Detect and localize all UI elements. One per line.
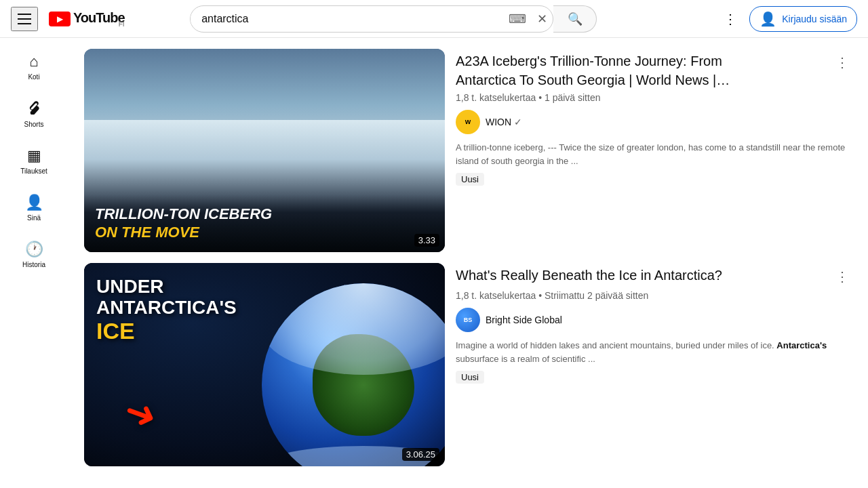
video-info-1: A23A Iceberg's Trillion-Tonne Journey: F…	[456, 49, 852, 252]
new-badge-1: Uusi	[456, 173, 484, 186]
sidebar-item-history[interactable]: 🕐 Historia	[0, 231, 68, 278]
youtube-logo-text: YouTube	[73, 10, 125, 26]
thumb2-text-overlay: UNDER ANTARCTICA'S ICE	[96, 277, 237, 344]
video-meta-1: 1,8 t. katselukertaa • 1 päivä sitten	[456, 92, 852, 103]
ice-cap	[262, 283, 445, 375]
sidebar-label-subscriptions: Tilaukset	[20, 167, 47, 175]
you-icon: 👤	[25, 194, 43, 211]
channel-avatar-2: BS	[456, 308, 480, 332]
more-options-button[interactable]: ⋮	[717, 5, 744, 33]
history-icon: 🕐	[25, 241, 43, 258]
channel-name-1[interactable]: WION ✓	[486, 117, 522, 127]
header-left: YouTube FI	[11, 7, 125, 31]
sidebar-item-subscriptions[interactable]: ▦ Tilaukset	[0, 138, 68, 184]
search-bar: ⌨ ✕	[190, 5, 553, 33]
sidebar-label-home: Koti	[28, 73, 39, 81]
sign-in-label: Kirjaudu sisään	[782, 14, 847, 24]
youtube-logo[interactable]: YouTube FI	[49, 10, 125, 28]
video-title-row-2: What's Really Beneath the Ice in Antarct…	[456, 266, 852, 287]
thumb1-title-overlay: TRILLION-TON ICEBERG ON THE MOVE	[84, 195, 445, 252]
youtube-logo-icon	[49, 12, 71, 26]
avatar-text-1: W	[465, 119, 471, 125]
search-icon: 🔍	[568, 12, 583, 26]
thumb1-line1: TRILLION-TON ICEBERG	[95, 205, 272, 222]
video-info-2: What's Really Beneath the Ice in Antarct…	[456, 263, 852, 466]
header: YouTube FI ⌨ ✕ 🔍 ⋮ 👤 Kirjaudu sisään	[0, 0, 868, 38]
subscriptions-icon: ▦	[27, 147, 41, 165]
earth-globe	[262, 283, 445, 466]
thumbnail-2: UNDER ANTARCTICA'S ICE ➜ 3.06.25	[84, 263, 445, 466]
shorts-icon	[26, 100, 41, 118]
video-list: WION TRILLION-TON ICEBERG ON THE MOVE 3.…	[84, 49, 852, 466]
video-meta-2: 1,8 t. katselukertaa • Striimattu 2 päiv…	[456, 290, 852, 301]
bold-antarctica: Antarctica's	[776, 340, 827, 350]
sidebar-label-you: Sinä	[27, 214, 41, 222]
thumb1-title: TRILLION-TON ICEBERG ON THE MOVE	[95, 205, 434, 241]
keyboard-button[interactable]: ⌨	[503, 12, 532, 26]
header-right: ⋮ 👤 Kirjaudu sisään	[717, 5, 857, 33]
sidebar-item-shorts[interactable]: Shorts	[0, 90, 68, 138]
main-content: WION TRILLION-TON ICEBERG ON THE MOVE 3.…	[68, 38, 868, 488]
home-icon: ⌂	[29, 53, 38, 70]
verified-icon-1: ✓	[514, 117, 522, 127]
search-submit-button[interactable]: 🔍	[553, 5, 597, 33]
video-desc-2: Imagine a world of hidden lakes and anci…	[456, 339, 852, 365]
avatar-text-2: BS	[464, 317, 473, 323]
sidebar-item-you[interactable]: 👤 Sinä	[0, 184, 68, 231]
channel-avatar-1: W	[456, 110, 480, 134]
channel-row-2: BS Bright Side Global	[456, 308, 852, 332]
video-result-2[interactable]: UNDER ANTARCTICA'S ICE ➜ 3.06.25 What's …	[84, 263, 852, 466]
sidebar: ⌂ Koti Shorts ▦ Tilaukset 👤 Sinä 🕐 Histo…	[0, 38, 68, 488]
sidebar-item-home[interactable]: ⌂ Koti	[0, 43, 68, 90]
sidebar-label-shorts: Shorts	[24, 121, 44, 128]
duration-badge-1: 3.33	[414, 234, 439, 247]
hamburger-menu-button[interactable]	[11, 7, 38, 31]
search-input[interactable]	[191, 13, 503, 25]
video-title-row-1: A23A Iceberg's Trillion-Tonne Journey: F…	[456, 52, 852, 89]
thumb2-line2: ANTARCTICA'S	[96, 298, 237, 319]
more-options-button-1[interactable]: ⋮	[833, 52, 852, 73]
video-result-1[interactable]: WION TRILLION-TON ICEBERG ON THE MOVE 3.…	[84, 49, 852, 252]
user-icon: 👤	[760, 11, 776, 27]
video-desc-1: A trillion-tonne iceberg, --- Twice the …	[456, 141, 852, 167]
sign-in-button[interactable]: 👤 Kirjaudu sisään	[749, 6, 857, 32]
thumbnail-1: WION TRILLION-TON ICEBERG ON THE MOVE 3.…	[84, 49, 445, 252]
duration-badge-2: 3.06.25	[402, 448, 439, 461]
video-title-2[interactable]: What's Really Beneath the Ice in Antarct…	[456, 266, 722, 285]
sidebar-label-history: Historia	[22, 261, 45, 268]
thumb2-line3: ICE	[96, 319, 237, 344]
more-options-button-2[interactable]: ⋮	[833, 266, 852, 287]
search-clear-button[interactable]: ✕	[532, 12, 553, 26]
video-title-1[interactable]: A23A Iceberg's Trillion-Tonne Journey: F…	[456, 52, 781, 89]
thumb2-line1: UNDER	[96, 277, 237, 298]
youtube-logo-country: FI	[119, 20, 125, 28]
channel-name-2[interactable]: Bright Side Global	[486, 314, 562, 325]
new-badge-2: Uusi	[456, 371, 484, 384]
channel-row-1: W WION ✓	[456, 110, 852, 134]
search-area: ⌨ ✕ 🔍	[190, 5, 597, 33]
thumb1-line2: ON THE MOVE	[95, 224, 199, 241]
